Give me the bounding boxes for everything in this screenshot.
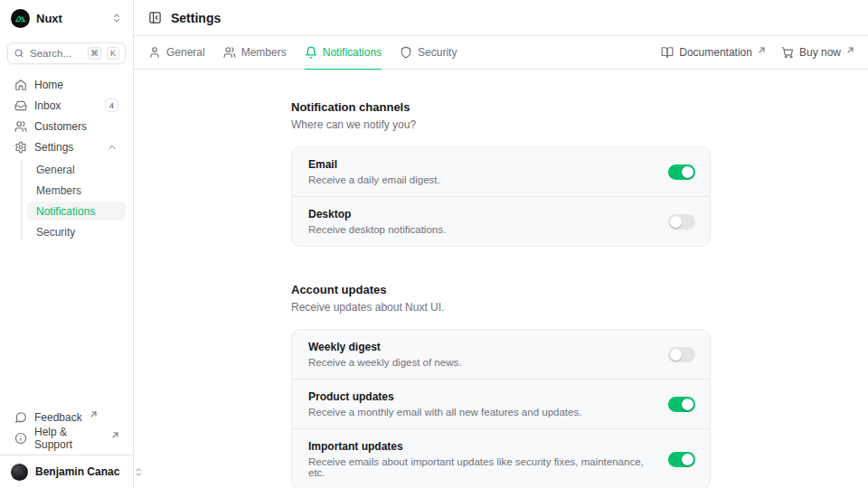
external-link-icon xyxy=(759,47,765,53)
header-actions: Documentation Buy now xyxy=(661,36,854,69)
inbox-count-badge: 4 xyxy=(105,99,118,112)
setting-title: Important updates xyxy=(308,440,654,453)
bell-icon xyxy=(305,46,317,59)
toggle-knob xyxy=(682,166,693,178)
desktop-toggle[interactable] xyxy=(668,214,695,230)
setting-description: Receive a daily email digest. xyxy=(308,174,440,185)
tab-label: Security xyxy=(418,46,457,59)
users-icon xyxy=(223,46,236,59)
sidebar-item-settings[interactable]: Settings xyxy=(7,137,126,156)
section-description: Where can we notify you? xyxy=(291,118,711,131)
notification-channels-section: Notification channels Where can we notif… xyxy=(291,100,711,247)
tab-label: General xyxy=(166,46,205,59)
sidebar-item-general[interactable]: General xyxy=(27,160,126,179)
team-name: Nuxt xyxy=(36,12,62,25)
weekly-digest-row: Weekly digest Receive a weekly digest of… xyxy=(292,330,710,379)
sidebar-item-members[interactable]: Members xyxy=(27,181,126,200)
sidebar-subitem-label: General xyxy=(36,164,75,176)
account-updates-section: Account updates Receive updates about Nu… xyxy=(291,283,711,488)
avatar xyxy=(11,464,28,481)
user-icon xyxy=(148,46,161,59)
tab-members[interactable]: Members xyxy=(223,36,287,69)
setting-title: Desktop xyxy=(308,208,446,221)
section-title: Account updates xyxy=(291,283,711,296)
external-link-icon xyxy=(90,411,97,418)
book-icon xyxy=(661,46,674,59)
sidebar-nav: Home Inbox 4 Customers Settings General xyxy=(0,75,133,241)
product-updates-row: Product updates Receive a monthly email … xyxy=(292,379,710,428)
product-updates-toggle[interactable] xyxy=(668,397,695,412)
setting-title: Product updates xyxy=(308,390,581,403)
kbd-cmd: ⌘ xyxy=(88,47,101,60)
documentation-label: Documentation xyxy=(679,46,752,59)
toggle-knob xyxy=(670,349,682,361)
settings-tabs: General Members Notifications Security D… xyxy=(134,36,868,70)
sidebar-subitem-label: Members xyxy=(36,184,81,197)
section-title: Notification channels xyxy=(291,100,711,114)
sidebar-footer: Feedback Help & Support xyxy=(0,408,133,447)
user-menu[interactable]: Benjamin Canac xyxy=(0,455,133,488)
chevron-up-icon xyxy=(106,142,118,153)
sidebar-item-label: Settings xyxy=(34,141,73,154)
search-icon xyxy=(14,48,24,59)
feedback-label: Feedback xyxy=(34,411,82,424)
sidebar-item-customers[interactable]: Customers xyxy=(7,117,126,136)
toggle-knob xyxy=(682,454,693,465)
setting-description: Receive desktop notifications. xyxy=(308,224,446,235)
page-title: Settings xyxy=(171,11,221,25)
settings-content: Notification channels Where can we notif… xyxy=(134,70,868,488)
tab-general[interactable]: General xyxy=(148,36,205,69)
important-updates-row: Important updates Receive emails about i… xyxy=(292,428,710,488)
search-input[interactable]: Search... ⌘ K xyxy=(7,42,126,64)
home-icon xyxy=(14,79,27,91)
search-placeholder: Search... xyxy=(30,48,82,59)
sidebar-item-home[interactable]: Home xyxy=(7,75,126,94)
weekly-digest-toggle[interactable] xyxy=(668,347,695,362)
kbd-k: K xyxy=(107,47,119,60)
gear-icon xyxy=(14,141,27,154)
desktop-setting-row: Desktop Receive desktop notifications. xyxy=(292,196,710,246)
page-header: Settings xyxy=(134,0,868,36)
sidebar-item-inbox[interactable]: Inbox 4 xyxy=(7,96,126,115)
tab-label: Notifications xyxy=(323,46,382,59)
toggle-knob xyxy=(682,399,693,410)
email-toggle[interactable] xyxy=(668,164,695,180)
sidebar-item-notifications[interactable]: Notifications xyxy=(27,202,126,221)
tab-notifications[interactable]: Notifications xyxy=(305,36,382,69)
documentation-button[interactable]: Documentation xyxy=(661,46,765,59)
external-link-icon xyxy=(112,432,118,438)
cart-icon xyxy=(781,46,794,59)
sidebar-item-label: Inbox xyxy=(34,99,61,112)
external-link-icon xyxy=(847,47,854,53)
help-support-label: Help & Support xyxy=(34,426,104,451)
sidebar: Nuxt Search... ⌘ K Home Inbox 4 xyxy=(0,0,134,488)
info-circle-icon xyxy=(14,432,27,445)
collapse-sidebar-icon[interactable] xyxy=(148,11,162,24)
settings-subnav: General Members Notifications Security xyxy=(21,160,126,241)
sidebar-item-security[interactable]: Security xyxy=(27,222,126,241)
sidebar-subitem-label: Security xyxy=(36,226,75,239)
team-switcher[interactable]: Nuxt xyxy=(0,0,133,36)
setting-title: Weekly digest xyxy=(308,341,461,353)
sidebar-item-label: Customers xyxy=(34,120,87,133)
sidebar-item-label: Home xyxy=(34,79,63,91)
important-updates-toggle[interactable] xyxy=(668,452,695,467)
users-icon xyxy=(14,120,27,133)
email-setting-row: Email Receive a daily email digest. xyxy=(292,147,710,196)
chevrons-up-down-icon xyxy=(111,13,122,23)
tab-security[interactable]: Security xyxy=(400,36,457,69)
shield-icon xyxy=(400,46,412,59)
inbox-icon xyxy=(14,99,27,112)
toggle-knob xyxy=(670,216,682,228)
chat-bubble-icon xyxy=(14,411,27,424)
setting-description: Receive emails about important updates l… xyxy=(308,456,654,478)
buy-now-button[interactable]: Buy now xyxy=(781,46,854,59)
nuxt-logo-icon xyxy=(11,9,30,28)
help-support-link[interactable]: Help & Support xyxy=(7,428,126,447)
account-updates-card: Weekly digest Receive a weekly digest of… xyxy=(291,329,711,488)
main-panel: Settings General Members Notifications S… xyxy=(134,0,868,488)
feedback-link[interactable]: Feedback xyxy=(7,408,126,427)
setting-description: Receive a monthly email with all new fea… xyxy=(308,407,581,418)
setting-description: Receive a weekly digest of news. xyxy=(308,357,461,368)
tab-label: Members xyxy=(241,46,287,59)
